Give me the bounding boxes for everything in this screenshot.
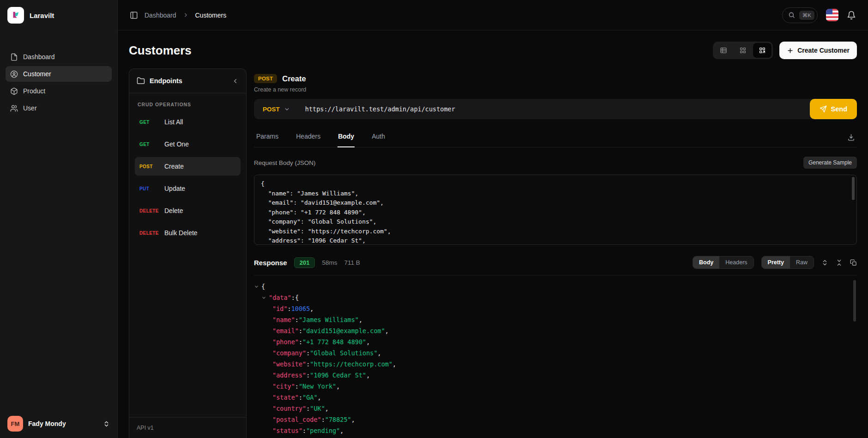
request-body-line: "email": "david151@example.com", [261, 198, 850, 208]
generate-sample-button[interactable]: Generate Sample [803, 157, 857, 169]
copy-icon[interactable] [850, 259, 857, 266]
main-content: Customers Create [118, 30, 868, 438]
response-size: 711 B [344, 259, 360, 266]
method-label: DELETE [139, 231, 162, 236]
request-tabs: ParamsHeadersBodyAuth [254, 127, 857, 147]
send-icon [820, 105, 827, 113]
file-icon [10, 53, 18, 61]
sidebar-item-product[interactable]: Product [6, 83, 112, 99]
avatar: FM [7, 416, 23, 432]
endpoint-label: Bulk Delete [164, 229, 198, 237]
tab-params[interactable]: Params [256, 127, 279, 147]
send-button[interactable]: Send [810, 99, 857, 119]
endpoint-label: Delete [164, 207, 183, 214]
endpoint-item-list-all[interactable]: GET List All [135, 113, 241, 131]
toggle-headers[interactable]: Headers [719, 256, 753, 268]
api-version-label: API v1 [129, 417, 246, 438]
user-menu[interactable]: FM Fady Mondy [0, 409, 117, 438]
send-label: Send [831, 105, 847, 113]
breadcrumb: Dashboard Customers [130, 11, 226, 19]
method-label: POST [139, 164, 162, 169]
method-label: PUT [139, 186, 162, 191]
endpoint-item-bulk-delete[interactable]: DELETE Bulk Delete [135, 224, 241, 242]
response-json-line: "state":"GA", [254, 392, 857, 403]
tab-auth[interactable]: Auth [371, 127, 386, 147]
endpoint-subtitle: Create a new record [254, 86, 857, 93]
create-customer-button[interactable]: Create Customer [779, 42, 857, 59]
response-scrollbar[interactable] [852, 280, 857, 438]
grid-view-button[interactable] [734, 43, 752, 58]
search-icon [788, 12, 795, 18]
download-icon[interactable] [847, 134, 855, 147]
endpoint-title: Create [282, 74, 306, 83]
brand: Laravilt [0, 0, 117, 30]
sidebar-toggle-icon[interactable] [130, 11, 138, 19]
tab-headers[interactable]: Headers [295, 127, 321, 147]
sidebar-item-user[interactable]: User [6, 100, 112, 116]
endpoint-item-create[interactable]: POST Create [135, 157, 241, 176]
endpoint-item-update[interactable]: PUT Update [135, 179, 241, 198]
response-json-line: "address":"1096 Cedar St", [254, 370, 857, 381]
request-body-editor[interactable]: { "name": "James Williams", "email": "da… [254, 175, 857, 245]
endpoint-item-delete[interactable]: DELETE Delete [135, 201, 241, 220]
package-icon [10, 87, 18, 95]
collapse-panel-icon[interactable] [232, 78, 239, 85]
endpoint-label: List All [164, 118, 183, 126]
notifications-bell-icon[interactable] [847, 11, 856, 20]
table-view-button[interactable] [714, 43, 733, 58]
response-json-line: "id":10065, [254, 303, 857, 314]
sidebar-item-customer[interactable]: Customer [6, 66, 112, 82]
search-shortcut: ⌘K [799, 11, 814, 20]
breadcrumb-dashboard[interactable]: Dashboard [145, 12, 176, 19]
response-json-line: "postal_code":"78825", [254, 414, 857, 425]
endpoints-title: Endpoints [150, 77, 227, 85]
chevrons-up-down-icon [103, 420, 110, 427]
language-flag-us[interactable] [826, 9, 838, 21]
response-json-line: "name":"James Williams", [254, 314, 857, 325]
sidebar-item-dashboard[interactable]: Dashboard [6, 49, 112, 65]
page-title: Customers [129, 43, 192, 58]
brand-name: Laravilt [30, 12, 54, 19]
app-window: Laravilt Dashboard Customer Product User… [0, 0, 868, 438]
url-input[interactable]: https://laravilt.test/admin/api/customer [305, 105, 455, 113]
request-body-line: { [261, 179, 850, 189]
crud-group-label: CRUD OPERATIONS [135, 102, 241, 107]
collapse-node-icon[interactable] [254, 284, 261, 289]
editor-scrollbar[interactable] [851, 176, 856, 243]
expand-all-icon[interactable] [821, 259, 828, 266]
format-raw[interactable]: Raw [790, 256, 814, 268]
endpoint-label: Create [164, 163, 184, 170]
url-bar: POST https://laravilt.test/admin/api/cus… [254, 99, 857, 119]
tab-body[interactable]: Body [338, 127, 355, 147]
sidebar-nav: Dashboard Customer Product User [0, 49, 117, 116]
user-circle-icon [10, 70, 18, 78]
endpoint-label: Get One [164, 140, 189, 148]
sidebar-item-label: User [23, 104, 37, 112]
response-json-line: "email":"david151@example.com", [254, 325, 857, 336]
sidebar: Laravilt Dashboard Customer Product User… [0, 0, 118, 438]
search-button[interactable]: ⌘K [782, 7, 818, 23]
body-headers-toggle: BodyHeaders [693, 256, 754, 269]
endpoints-panel: Endpoints CRUD OPERATIONS GET List All G… [129, 68, 247, 438]
method-select[interactable]: POST [263, 106, 290, 113]
laravilt-logo-icon [7, 7, 24, 24]
request-body-line: "phone": "+1 772 848 4890", [261, 208, 850, 218]
format-pretty[interactable]: Pretty [762, 256, 790, 268]
response-json-line: "city":"New York", [254, 381, 857, 392]
request-body-line: "company": "Global Solutions", [261, 217, 850, 227]
toggle-body[interactable]: Body [693, 256, 719, 268]
response-json-line: { [254, 281, 857, 292]
collapse-all-icon[interactable] [836, 259, 843, 266]
topbar: Dashboard Customers ⌘K [118, 0, 868, 30]
api-view-button[interactable] [753, 43, 772, 58]
response-header: Response 201 58ms 711 B BodyHeaders Pret… [254, 256, 857, 275]
create-customer-label: Create Customer [797, 47, 850, 54]
sidebar-item-label: Customer [23, 70, 51, 78]
response-json-line: "website":"https://techcorp.com", [254, 359, 857, 370]
collapse-node-icon[interactable] [261, 295, 269, 300]
method-label: DELETE [139, 208, 162, 213]
users-icon [10, 104, 18, 112]
endpoint-item-get-one[interactable]: GET Get One [135, 135, 241, 153]
response-json-line: "status":"pending", [254, 425, 857, 436]
method-select-value: POST [263, 106, 280, 113]
